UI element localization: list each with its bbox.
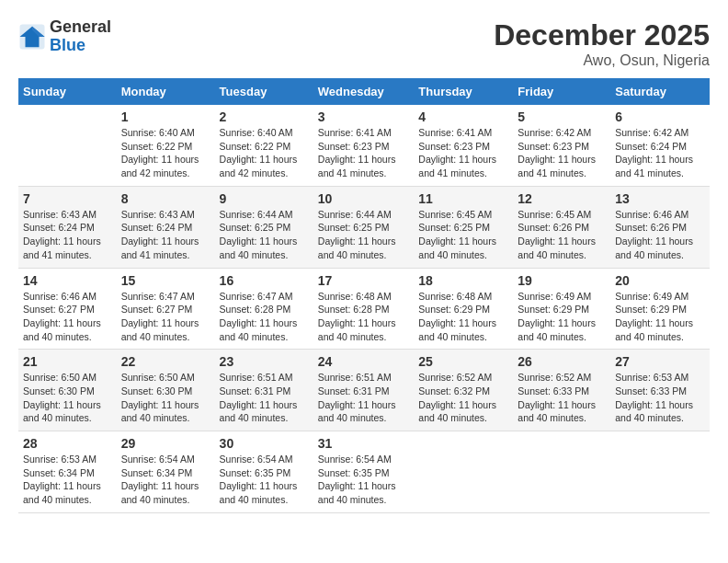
header-cell-wednesday: Wednesday [313, 78, 415, 105]
cell-info: Sunrise: 6:41 AMSunset: 6:23 PMDaylight:… [418, 126, 508, 180]
day-number: 19 [518, 273, 606, 288]
cell-info: Sunrise: 6:42 AMSunset: 6:23 PMDaylight:… [518, 126, 606, 180]
cell-info: Sunrise: 6:49 AMSunset: 6:29 PMDaylight:… [518, 290, 606, 344]
week-row-2: 7Sunrise: 6:43 AMSunset: 6:24 PMDaylight… [18, 186, 710, 268]
calendar-cell: 8Sunrise: 6:43 AMSunset: 6:24 PMDaylight… [117, 186, 215, 268]
cell-info: Sunrise: 6:53 AMSunset: 6:34 PMDaylight:… [23, 453, 112, 507]
day-number: 23 [220, 354, 309, 369]
header-cell-monday: Monday [117, 78, 215, 105]
day-number: 29 [121, 436, 210, 451]
day-number: 16 [220, 273, 309, 288]
cell-info: Sunrise: 6:46 AMSunset: 6:26 PMDaylight:… [615, 208, 705, 262]
cell-info: Sunrise: 6:49 AMSunset: 6:29 PMDaylight:… [615, 290, 705, 344]
header-cell-sunday: Sunday [18, 78, 117, 105]
calendar-cell: 1Sunrise: 6:40 AMSunset: 6:22 PMDaylight… [117, 105, 215, 186]
calendar-cell: 20Sunrise: 6:49 AMSunset: 6:29 PMDayligh… [610, 268, 710, 350]
calendar-cell: 5Sunrise: 6:42 AMSunset: 6:23 PMDaylight… [513, 105, 610, 186]
calendar-cell: 25Sunrise: 6:52 AMSunset: 6:32 PMDayligh… [414, 350, 513, 431]
calendar-cell: 15Sunrise: 6:47 AMSunset: 6:27 PMDayligh… [117, 268, 215, 350]
location-text: Awo, Osun, Nigeria [494, 52, 710, 69]
calendar-cell: 18Sunrise: 6:48 AMSunset: 6:29 PMDayligh… [414, 268, 513, 350]
week-row-5: 28Sunrise: 6:53 AMSunset: 6:34 PMDayligh… [18, 431, 710, 513]
calendar-cell: 10Sunrise: 6:44 AMSunset: 6:25 PMDayligh… [313, 186, 415, 268]
cell-info: Sunrise: 6:52 AMSunset: 6:33 PMDaylight:… [518, 371, 606, 425]
header-row: SundayMondayTuesdayWednesdayThursdayFrid… [18, 78, 710, 105]
logo-general-text: General [50, 18, 111, 37]
day-number: 21 [23, 354, 112, 369]
day-number: 10 [318, 191, 410, 206]
cell-info: Sunrise: 6:47 AMSunset: 6:28 PMDaylight:… [220, 290, 309, 344]
cell-info: Sunrise: 6:43 AMSunset: 6:24 PMDaylight:… [23, 208, 112, 262]
week-row-1: 1Sunrise: 6:40 AMSunset: 6:22 PMDaylight… [18, 105, 710, 186]
cell-info: Sunrise: 6:54 AMSunset: 6:35 PMDaylight:… [220, 453, 309, 507]
calendar-cell: 23Sunrise: 6:51 AMSunset: 6:31 PMDayligh… [215, 350, 313, 431]
calendar-cell: 3Sunrise: 6:41 AMSunset: 6:23 PMDaylight… [313, 105, 415, 186]
calendar-cell: 11Sunrise: 6:45 AMSunset: 6:25 PMDayligh… [414, 186, 513, 268]
header-cell-thursday: Thursday [414, 78, 513, 105]
day-number: 25 [418, 354, 508, 369]
calendar-cell: 29Sunrise: 6:54 AMSunset: 6:34 PMDayligh… [117, 431, 215, 513]
day-number: 3 [318, 109, 410, 124]
day-number: 15 [121, 273, 210, 288]
cell-info: Sunrise: 6:54 AMSunset: 6:34 PMDaylight:… [121, 453, 210, 507]
calendar-cell [18, 105, 117, 186]
logo-blue-text: Blue [50, 37, 111, 55]
day-number: 8 [121, 191, 210, 206]
day-number: 31 [318, 436, 410, 451]
header-cell-saturday: Saturday [610, 78, 710, 105]
cell-info: Sunrise: 6:45 AMSunset: 6:26 PMDaylight:… [518, 208, 606, 262]
cell-info: Sunrise: 6:51 AMSunset: 6:31 PMDaylight:… [318, 371, 410, 425]
calendar-cell: 6Sunrise: 6:42 AMSunset: 6:24 PMDaylight… [610, 105, 710, 186]
calendar-cell: 24Sunrise: 6:51 AMSunset: 6:31 PMDayligh… [313, 350, 415, 431]
day-number: 14 [23, 273, 112, 288]
day-number: 7 [23, 191, 112, 206]
calendar-cell: 4Sunrise: 6:41 AMSunset: 6:23 PMDaylight… [414, 105, 513, 186]
calendar-header: SundayMondayTuesdayWednesdayThursdayFrid… [18, 78, 710, 105]
day-number: 9 [220, 191, 309, 206]
cell-info: Sunrise: 6:41 AMSunset: 6:23 PMDaylight:… [318, 126, 410, 180]
cell-info: Sunrise: 6:40 AMSunset: 6:22 PMDaylight:… [121, 126, 210, 180]
day-number: 22 [121, 354, 210, 369]
calendar-cell: 27Sunrise: 6:53 AMSunset: 6:33 PMDayligh… [610, 350, 710, 431]
day-number: 24 [318, 354, 410, 369]
calendar-table: SundayMondayTuesdayWednesdayThursdayFrid… [18, 78, 710, 513]
cell-info: Sunrise: 6:48 AMSunset: 6:29 PMDaylight:… [418, 290, 508, 344]
cell-info: Sunrise: 6:48 AMSunset: 6:28 PMDaylight:… [318, 290, 410, 344]
month-title: December 2025 [494, 18, 710, 52]
calendar-cell [610, 431, 710, 513]
cell-info: Sunrise: 6:54 AMSunset: 6:35 PMDaylight:… [318, 453, 410, 507]
calendar-cell: 22Sunrise: 6:50 AMSunset: 6:30 PMDayligh… [117, 350, 215, 431]
calendar-cell: 31Sunrise: 6:54 AMSunset: 6:35 PMDayligh… [313, 431, 415, 513]
cell-info: Sunrise: 6:50 AMSunset: 6:30 PMDaylight:… [23, 371, 112, 425]
week-row-3: 14Sunrise: 6:46 AMSunset: 6:27 PMDayligh… [18, 268, 710, 350]
cell-info: Sunrise: 6:52 AMSunset: 6:32 PMDaylight:… [418, 371, 508, 425]
cell-info: Sunrise: 6:45 AMSunset: 6:25 PMDaylight:… [418, 208, 508, 262]
calendar-cell: 26Sunrise: 6:52 AMSunset: 6:33 PMDayligh… [513, 350, 610, 431]
calendar-cell [414, 431, 513, 513]
calendar-cell: 2Sunrise: 6:40 AMSunset: 6:22 PMDaylight… [215, 105, 313, 186]
day-number: 20 [615, 273, 705, 288]
cell-info: Sunrise: 6:51 AMSunset: 6:31 PMDaylight:… [220, 371, 309, 425]
day-number: 28 [23, 436, 112, 451]
calendar-cell: 21Sunrise: 6:50 AMSunset: 6:30 PMDayligh… [18, 350, 117, 431]
header-cell-tuesday: Tuesday [215, 78, 313, 105]
calendar-cell: 28Sunrise: 6:53 AMSunset: 6:34 PMDayligh… [18, 431, 117, 513]
title-block: December 2025 Awo, Osun, Nigeria [494, 18, 710, 69]
cell-info: Sunrise: 6:53 AMSunset: 6:33 PMDaylight:… [615, 371, 705, 425]
calendar-body: 1Sunrise: 6:40 AMSunset: 6:22 PMDaylight… [18, 105, 710, 512]
day-number: 27 [615, 354, 705, 369]
calendar-cell: 30Sunrise: 6:54 AMSunset: 6:35 PMDayligh… [215, 431, 313, 513]
logo-text: General Blue [50, 18, 111, 55]
day-number: 13 [615, 191, 705, 206]
cell-info: Sunrise: 6:46 AMSunset: 6:27 PMDaylight:… [23, 290, 112, 344]
day-number: 4 [418, 109, 508, 124]
day-number: 6 [615, 109, 705, 124]
calendar-cell: 12Sunrise: 6:45 AMSunset: 6:26 PMDayligh… [513, 186, 610, 268]
cell-info: Sunrise: 6:44 AMSunset: 6:25 PMDaylight:… [220, 208, 309, 262]
day-number: 18 [418, 273, 508, 288]
day-number: 5 [518, 109, 606, 124]
logo-icon [18, 23, 46, 51]
calendar-cell: 17Sunrise: 6:48 AMSunset: 6:28 PMDayligh… [313, 268, 415, 350]
calendar-cell: 9Sunrise: 6:44 AMSunset: 6:25 PMDaylight… [215, 186, 313, 268]
day-number: 1 [121, 109, 210, 124]
